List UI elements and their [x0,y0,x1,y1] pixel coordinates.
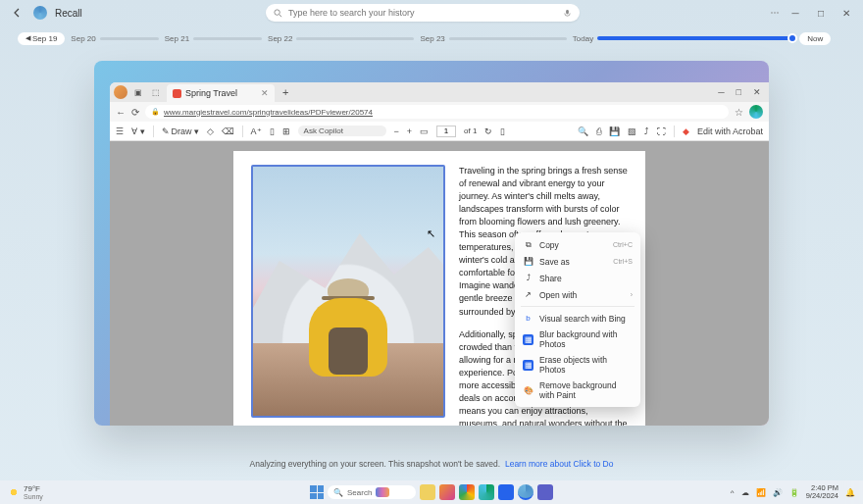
more-icon[interactable] [769,7,781,19]
maximize-button[interactable]: □ [814,8,828,19]
page-number-input[interactable] [436,126,456,137]
timeline-thumb[interactable] [787,33,797,43]
rotate-icon[interactable]: ↻ [484,126,492,136]
ask-copilot-field[interactable]: Ask Copilot [298,126,386,136]
open-with-icon: ↗ [523,289,533,300]
timeline-today[interactable]: Today [573,34,593,43]
menu-remove-background[interactable]: 🎨Remove background with Paint [515,378,640,403]
learn-more-link[interactable]: Learn more about Click to Do [505,459,614,469]
weather-widget[interactable]: 79°FSunny [8,484,43,500]
taskbar-clock[interactable]: 2:40 PM9/24/2024 [806,484,838,501]
menu-copy[interactable]: ⧉CopyCtrl+C [515,236,640,253]
fullscreen-icon[interactable]: ⛶ [657,126,666,136]
notifications-icon[interactable]: 🔔 [845,488,855,497]
system-tray[interactable]: ^ ☁ 📶 🔊 🔋 2:40 PM9/24/2024 🔔 [731,484,855,501]
profile-avatar[interactable] [114,85,127,99]
tray-onedrive-icon[interactable]: ☁ [741,488,749,497]
tray-battery-icon[interactable]: 🔋 [789,488,799,497]
browser-back-icon[interactable]: ← [116,107,126,118]
edit-acrobat[interactable]: Edit with Acrobat [697,126,763,136]
url-text: www.margiestravel.com/springtravelideas/… [164,108,373,117]
zoom-out-icon[interactable]: − [394,126,399,136]
timeline-date[interactable]: Sep 22 [268,34,292,43]
filter-icon[interactable]: ∀ ▾ [131,126,145,136]
taskbar-firefox-icon[interactable] [439,484,455,500]
close-button[interactable]: ✕ [839,8,853,19]
address-bar: ← ⟳ 🔒 www.margiestravel.com/springtravel… [110,102,769,122]
back-button[interactable] [10,5,25,21]
browser-maximize[interactable]: □ [733,87,745,97]
find-icon[interactable]: 🔍 [578,126,588,136]
tab-actions-icon[interactable]: ▣ [131,85,145,99]
browser-close[interactable]: ✕ [749,87,765,97]
start-button[interactable] [310,485,324,499]
highlight-icon[interactable]: ◇ [207,126,214,136]
taskbar-recall-icon[interactable] [518,484,533,500]
recall-app-icon [33,6,47,20]
timeline-now-button[interactable]: Now [799,32,831,45]
arrow-left-icon [13,8,23,18]
tab-close-icon[interactable]: ✕ [261,88,269,98]
read-aloud-icon[interactable]: ▯ [270,126,275,136]
menu-blur-background[interactable]: ▦Blur background with Photos [515,327,640,352]
menu-share[interactable]: ⤴Share [515,270,640,286]
fit-icon[interactable]: ▭ [420,126,429,136]
draw-tool[interactable]: ✎ Draw ▾ [162,126,199,136]
acrobat-icon[interactable]: ◆ [683,126,689,136]
timeline[interactable]: ◀Sep 19 Sep 20 Sep 21 Sep 22 Sep 23 Toda… [0,25,863,51]
timeline-date[interactable]: Sep 21 [165,34,189,43]
erase-icon[interactable]: ⌫ [222,126,234,136]
pdf-toolbar: ☰ ∀ ▾ ✎ Draw ▾ ◇ ⌫ A⁺ ▯ ⊞ Ask Copilot − … [110,122,769,141]
translate-icon[interactable]: ⊞ [282,126,290,136]
photos-icon: ▦ [523,360,533,371]
browser-refresh-icon[interactable]: ⟳ [131,107,139,118]
share-icon[interactable]: ⤴ [644,126,649,136]
browser-tab[interactable]: Spring Travel ✕ [167,84,275,102]
paint-icon: 🎨 [523,385,533,396]
favorites-icon[interactable]: ☆ [735,107,743,118]
tray-wifi-icon[interactable]: 📶 [756,488,766,497]
save-icon[interactable]: 💾 [609,126,620,136]
copilot-icon[interactable] [749,105,763,119]
recall-title: Recall [55,8,82,19]
contents-icon[interactable]: ☰ [116,126,124,136]
new-tab-button[interactable]: + [279,86,292,98]
url-field[interactable]: 🔒 www.margiestravel.com/springtravelidea… [145,105,729,119]
taskbar-store-icon[interactable] [498,484,514,500]
mic-icon[interactable] [563,9,572,18]
svg-point-3 [771,12,773,14]
svg-point-4 [774,12,776,14]
timeline-back-pill[interactable]: ◀Sep 19 [18,32,65,45]
text-icon[interactable]: A⁺ [251,126,262,136]
pdf-selected-image[interactable]: ↖ [251,165,445,418]
minimize-button[interactable]: ─ [788,8,802,19]
menu-save-as[interactable]: 💾Save asCtrl+S [515,253,640,270]
browser-window: ▣ ⬚ Spring Travel ✕ + ─ □ ✕ ← ⟳ 🔒 www.ma… [110,82,769,426]
save-icon: 💾 [523,256,533,267]
taskbar-search[interactable]: 🔍Search [328,485,416,499]
taskbar-teams-icon[interactable] [537,484,553,500]
svg-point-5 [777,12,779,14]
workspaces-icon[interactable]: ⬚ [149,85,163,99]
timeline-date[interactable]: Sep 23 [420,34,444,43]
tray-volume-icon[interactable]: 🔊 [773,488,783,497]
menu-erase-objects[interactable]: ▦Erase objects with Photos [515,352,640,378]
pdf-viewport[interactable]: ↖ Traveling in the spring brings a fresh… [110,141,769,426]
history-search-box[interactable] [266,4,580,22]
print-icon[interactable]: ⎙ [596,126,601,136]
menu-visual-search[interactable]: bVisual search with Bing [515,310,640,327]
browser-minimize[interactable]: ─ [714,87,728,97]
photos-icon: ▦ [523,334,533,345]
page-view-icon[interactable]: ▯ [500,126,505,136]
menu-open-with[interactable]: ↗Open with› [515,286,640,303]
zoom-in-icon[interactable]: + [407,126,412,136]
taskbar-explorer-icon[interactable] [420,484,435,500]
image-context-menu: ⧉CopyCtrl+C 💾Save asCtrl+S ⤴Share ↗Open … [515,232,640,407]
tray-chevron-icon[interactable]: ^ [731,488,735,497]
screenshot-icon[interactable]: ▧ [628,126,636,136]
taskbar-edge-icon[interactable] [479,484,494,500]
taskbar-chrome-icon[interactable] [459,484,475,500]
timeline-date[interactable]: Sep 20 [71,34,95,43]
taskbar: 79°FSunny 🔍Search ^ ☁ 📶 🔊 🔋 2:40 PM9/24/… [0,480,863,504]
history-search-input[interactable] [288,8,557,18]
